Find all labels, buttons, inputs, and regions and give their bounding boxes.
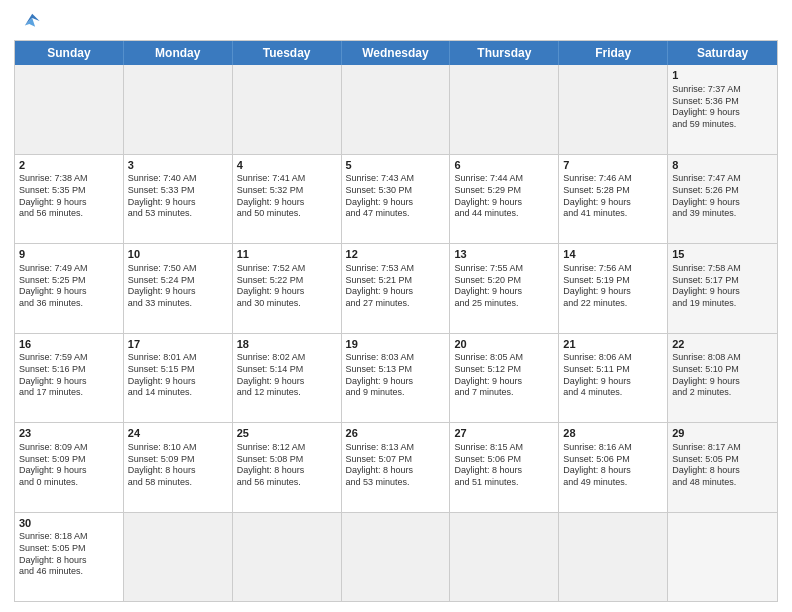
calendar-row-3: 16Sunrise: 7:59 AM Sunset: 5:16 PM Dayli…	[15, 333, 777, 423]
header-day-thursday: Thursday	[450, 41, 559, 65]
calendar-cell: 11Sunrise: 7:52 AM Sunset: 5:22 PM Dayli…	[233, 244, 342, 333]
calendar-cell: 10Sunrise: 7:50 AM Sunset: 5:24 PM Dayli…	[124, 244, 233, 333]
calendar: SundayMondayTuesdayWednesdayThursdayFrid…	[14, 40, 778, 602]
day-number: 13	[454, 247, 554, 262]
calendar-cell: 8Sunrise: 7:47 AM Sunset: 5:26 PM Daylig…	[668, 155, 777, 244]
calendar-cell: 17Sunrise: 8:01 AM Sunset: 5:15 PM Dayli…	[124, 334, 233, 423]
day-number: 27	[454, 426, 554, 441]
calendar-cell	[342, 513, 451, 602]
logo-area	[14, 10, 43, 32]
header-day-wednesday: Wednesday	[342, 41, 451, 65]
day-number: 21	[563, 337, 663, 352]
calendar-cell: 21Sunrise: 8:06 AM Sunset: 5:11 PM Dayli…	[559, 334, 668, 423]
calendar-cell	[233, 65, 342, 154]
header-day-saturday: Saturday	[668, 41, 777, 65]
calendar-cell: 13Sunrise: 7:55 AM Sunset: 5:20 PM Dayli…	[450, 244, 559, 333]
calendar-cell	[559, 65, 668, 154]
logo-bird-icon	[19, 10, 41, 32]
day-info: Sunrise: 8:10 AM Sunset: 5:09 PM Dayligh…	[128, 442, 228, 489]
day-number: 9	[19, 247, 119, 262]
calendar-row-2: 9Sunrise: 7:49 AM Sunset: 5:25 PM Daylig…	[15, 243, 777, 333]
calendar-cell: 19Sunrise: 8:03 AM Sunset: 5:13 PM Dayli…	[342, 334, 451, 423]
day-info: Sunrise: 7:58 AM Sunset: 5:17 PM Dayligh…	[672, 263, 773, 310]
header	[14, 10, 778, 32]
calendar-cell: 7Sunrise: 7:46 AM Sunset: 5:28 PM Daylig…	[559, 155, 668, 244]
day-info: Sunrise: 7:49 AM Sunset: 5:25 PM Dayligh…	[19, 263, 119, 310]
day-info: Sunrise: 7:52 AM Sunset: 5:22 PM Dayligh…	[237, 263, 337, 310]
day-number: 26	[346, 426, 446, 441]
calendar-cell: 4Sunrise: 7:41 AM Sunset: 5:32 PM Daylig…	[233, 155, 342, 244]
calendar-cell: 3Sunrise: 7:40 AM Sunset: 5:33 PM Daylig…	[124, 155, 233, 244]
day-number: 18	[237, 337, 337, 352]
day-number: 20	[454, 337, 554, 352]
day-info: Sunrise: 8:17 AM Sunset: 5:05 PM Dayligh…	[672, 442, 773, 489]
calendar-cell: 27Sunrise: 8:15 AM Sunset: 5:06 PM Dayli…	[450, 423, 559, 512]
day-info: Sunrise: 8:13 AM Sunset: 5:07 PM Dayligh…	[346, 442, 446, 489]
day-info: Sunrise: 7:53 AM Sunset: 5:21 PM Dayligh…	[346, 263, 446, 310]
calendar-cell: 18Sunrise: 8:02 AM Sunset: 5:14 PM Dayli…	[233, 334, 342, 423]
day-info: Sunrise: 7:37 AM Sunset: 5:36 PM Dayligh…	[672, 84, 773, 131]
day-number: 2	[19, 158, 119, 173]
day-info: Sunrise: 8:09 AM Sunset: 5:09 PM Dayligh…	[19, 442, 119, 489]
day-info: Sunrise: 8:02 AM Sunset: 5:14 PM Dayligh…	[237, 352, 337, 399]
day-number: 17	[128, 337, 228, 352]
calendar-cell	[342, 65, 451, 154]
calendar-row-5: 30Sunrise: 8:18 AM Sunset: 5:05 PM Dayli…	[15, 512, 777, 602]
day-number: 7	[563, 158, 663, 173]
day-info: Sunrise: 7:50 AM Sunset: 5:24 PM Dayligh…	[128, 263, 228, 310]
day-info: Sunrise: 8:05 AM Sunset: 5:12 PM Dayligh…	[454, 352, 554, 399]
day-info: Sunrise: 8:18 AM Sunset: 5:05 PM Dayligh…	[19, 531, 119, 578]
calendar-cell: 23Sunrise: 8:09 AM Sunset: 5:09 PM Dayli…	[15, 423, 124, 512]
day-info: Sunrise: 8:03 AM Sunset: 5:13 PM Dayligh…	[346, 352, 446, 399]
day-info: Sunrise: 7:41 AM Sunset: 5:32 PM Dayligh…	[237, 173, 337, 220]
day-number: 11	[237, 247, 337, 262]
calendar-body: 1Sunrise: 7:37 AM Sunset: 5:36 PM Daylig…	[15, 65, 777, 601]
calendar-cell: 6Sunrise: 7:44 AM Sunset: 5:29 PM Daylig…	[450, 155, 559, 244]
day-info: Sunrise: 7:47 AM Sunset: 5:26 PM Dayligh…	[672, 173, 773, 220]
calendar-row-0: 1Sunrise: 7:37 AM Sunset: 5:36 PM Daylig…	[15, 65, 777, 154]
calendar-cell: 29Sunrise: 8:17 AM Sunset: 5:05 PM Dayli…	[668, 423, 777, 512]
calendar-row-4: 23Sunrise: 8:09 AM Sunset: 5:09 PM Dayli…	[15, 422, 777, 512]
header-day-tuesday: Tuesday	[233, 41, 342, 65]
calendar-row-1: 2Sunrise: 7:38 AM Sunset: 5:35 PM Daylig…	[15, 154, 777, 244]
calendar-cell: 24Sunrise: 8:10 AM Sunset: 5:09 PM Dayli…	[124, 423, 233, 512]
day-number: 12	[346, 247, 446, 262]
day-info: Sunrise: 7:43 AM Sunset: 5:30 PM Dayligh…	[346, 173, 446, 220]
header-day-sunday: Sunday	[15, 41, 124, 65]
day-number: 19	[346, 337, 446, 352]
calendar-cell: 28Sunrise: 8:16 AM Sunset: 5:06 PM Dayli…	[559, 423, 668, 512]
day-number: 24	[128, 426, 228, 441]
calendar-cell	[559, 513, 668, 602]
calendar-cell: 5Sunrise: 7:43 AM Sunset: 5:30 PM Daylig…	[342, 155, 451, 244]
calendar-cell	[450, 65, 559, 154]
day-info: Sunrise: 8:16 AM Sunset: 5:06 PM Dayligh…	[563, 442, 663, 489]
day-number: 22	[672, 337, 773, 352]
page: SundayMondayTuesdayWednesdayThursdayFrid…	[0, 0, 792, 612]
day-number: 23	[19, 426, 119, 441]
calendar-cell: 15Sunrise: 7:58 AM Sunset: 5:17 PM Dayli…	[668, 244, 777, 333]
day-number: 10	[128, 247, 228, 262]
calendar-cell: 20Sunrise: 8:05 AM Sunset: 5:12 PM Dayli…	[450, 334, 559, 423]
day-number: 29	[672, 426, 773, 441]
calendar-cell	[124, 65, 233, 154]
day-info: Sunrise: 7:55 AM Sunset: 5:20 PM Dayligh…	[454, 263, 554, 310]
day-number: 8	[672, 158, 773, 173]
calendar-cell: 2Sunrise: 7:38 AM Sunset: 5:35 PM Daylig…	[15, 155, 124, 244]
calendar-cell: 9Sunrise: 7:49 AM Sunset: 5:25 PM Daylig…	[15, 244, 124, 333]
logo	[14, 10, 43, 32]
day-number: 5	[346, 158, 446, 173]
day-info: Sunrise: 8:12 AM Sunset: 5:08 PM Dayligh…	[237, 442, 337, 489]
calendar-cell: 25Sunrise: 8:12 AM Sunset: 5:08 PM Dayli…	[233, 423, 342, 512]
day-number: 4	[237, 158, 337, 173]
day-number: 28	[563, 426, 663, 441]
calendar-cell: 16Sunrise: 7:59 AM Sunset: 5:16 PM Dayli…	[15, 334, 124, 423]
day-info: Sunrise: 8:06 AM Sunset: 5:11 PM Dayligh…	[563, 352, 663, 399]
header-day-monday: Monday	[124, 41, 233, 65]
day-info: Sunrise: 7:46 AM Sunset: 5:28 PM Dayligh…	[563, 173, 663, 220]
calendar-cell: 1Sunrise: 7:37 AM Sunset: 5:36 PM Daylig…	[668, 65, 777, 154]
calendar-cell: 12Sunrise: 7:53 AM Sunset: 5:21 PM Dayli…	[342, 244, 451, 333]
calendar-cell	[668, 513, 777, 602]
calendar-cell	[15, 65, 124, 154]
day-info: Sunrise: 8:15 AM Sunset: 5:06 PM Dayligh…	[454, 442, 554, 489]
day-info: Sunrise: 7:56 AM Sunset: 5:19 PM Dayligh…	[563, 263, 663, 310]
